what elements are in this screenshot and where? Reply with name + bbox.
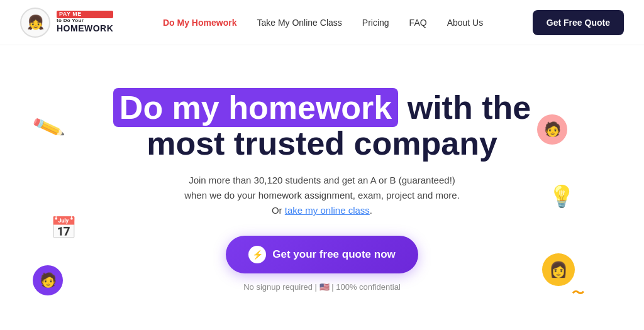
hero-subtitle-link[interactable]: take my online class — [285, 205, 370, 216]
nav-link-pricing[interactable]: Pricing — [362, 18, 389, 28]
hero-title-highlight: Do my homework — [113, 88, 398, 127]
navbar: 👧 PAY ME to Do Your HOMEWORK Do My Homew… — [0, 0, 644, 45]
nav-item-about[interactable]: About Us — [447, 17, 484, 28]
hero-cta-label: Get your free quote now — [272, 248, 396, 261]
nav-item-do-my-homework[interactable]: Do My Homework — [163, 17, 236, 28]
avatar-yellow-icon: 👩 — [549, 261, 568, 278]
hero-title: Do my homework with the most trusted com… — [108, 90, 536, 162]
avatar-pink-icon: 🧑 — [544, 121, 561, 138]
hero-subtitle-end: . — [370, 205, 372, 216]
nav-item-pricing[interactable]: Pricing — [362, 17, 389, 28]
nav-link-about[interactable]: About Us — [447, 18, 484, 28]
nav-item-faq[interactable]: FAQ — [409, 17, 427, 28]
avatar-yellow: 👩 — [542, 253, 575, 286]
nav-cta-button[interactable]: Get Free Quote — [533, 10, 624, 35]
nav-link-online-class[interactable]: Take My Online Class — [257, 18, 341, 28]
calendar-icon: 📅 — [50, 215, 77, 240]
nav-link-do-my-homework[interactable]: Do My Homework — [163, 18, 236, 28]
pencil-icon: ✏️ — [31, 111, 67, 145]
logo-icon: 👧 — [20, 8, 50, 38]
hero-subtitle: Join more than 30,120 students and get a… — [184, 173, 460, 218]
logo[interactable]: 👧 PAY ME to Do Your HOMEWORK — [20, 8, 113, 38]
lightbulb-icon: 💡 — [548, 184, 575, 209]
avatar-pink: 🧑 — [537, 114, 567, 145]
nav-links: Do My Homework Take My Online Class Pric… — [163, 17, 483, 28]
logo-badge-bottom: HOMEWORK — [57, 24, 113, 33]
squiggle-decoration: 〜 — [572, 285, 584, 302]
hero-cta-button[interactable]: ⚡ Get your free quote now — [226, 236, 418, 273]
hero-section: ✏️ 📅 🧑 💡 🧑 👩 〜 Do my homework with the m… — [0, 45, 644, 330]
lightning-icon: ⚡ — [248, 246, 266, 263]
logo-mascot-icon: 👧 — [27, 14, 44, 31]
nav-item-online-class[interactable]: Take My Online Class — [257, 17, 341, 28]
nav-link-faq[interactable]: FAQ — [409, 18, 427, 28]
logo-text-block: PAY ME to Do Your HOMEWORK — [57, 11, 113, 33]
avatar-purple-icon: 🧑 — [40, 272, 57, 289]
hero-note: No signup required | 🇺🇸 | 100% confident… — [243, 282, 401, 292]
avatar-purple: 🧑 — [33, 265, 63, 295]
